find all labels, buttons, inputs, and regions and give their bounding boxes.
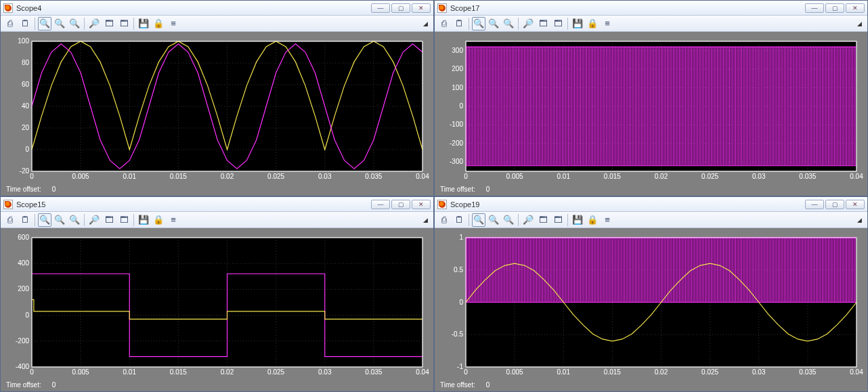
zoom-x-button[interactable]: 🔍 (487, 17, 500, 30)
zoom-x-button[interactable]: 🔍 (487, 213, 500, 227)
zoom-button[interactable]: 🔍 (472, 17, 485, 30)
autoscale-button[interactable]: 🔎 (87, 213, 101, 227)
svg-text:200: 200 (452, 65, 463, 72)
print-button[interactable]: ⎙ (437, 213, 451, 227)
params-icon: 🗒 (455, 18, 464, 28)
cfg2-icon: 🗔 (120, 18, 129, 28)
toolbar-overflow-button[interactable]: ◢ (857, 20, 865, 27)
svg-text:0: 0 (459, 299, 463, 306)
svg-text:1: 1 (459, 234, 463, 241)
matlab-icon (437, 200, 447, 209)
close-button[interactable]: ✕ (846, 3, 865, 13)
params-button[interactable]: 🗒 (18, 17, 32, 30)
save-button[interactable]: 💾 (571, 213, 584, 227)
toolbar-overflow-button[interactable]: ◢ (857, 217, 865, 223)
sync-button[interactable]: ≡ (167, 17, 180, 30)
autoscale-button[interactable]: 🔎 (521, 17, 535, 30)
svg-text:0.015: 0.015 (604, 368, 621, 376)
lock-button[interactable]: 🔒 (586, 213, 599, 227)
lock-button[interactable]: 🔒 (152, 213, 165, 227)
print-button[interactable]: ⎙ (437, 17, 451, 30)
plot-canvas[interactable]: 00.0050.010.0150.020.0250.030.0350.04-40… (5, 232, 429, 379)
titlebar[interactable]: Scope17 — ▢ ✕ (435, 1, 867, 16)
zoom-x-button[interactable]: 🔍 (53, 17, 66, 30)
zoom-x-button[interactable]: 🔍 (53, 213, 66, 227)
maximize-button[interactable]: ▢ (391, 200, 410, 209)
zoom-y-button[interactable]: 🔍 (502, 17, 515, 30)
sync-button[interactable]: ≡ (167, 213, 180, 227)
svg-text:0.03: 0.03 (318, 173, 332, 180)
titlebar[interactable]: Scope19 — ▢ ✕ (435, 197, 867, 212)
minimize-button[interactable]: — (371, 3, 390, 13)
params-button[interactable]: 🗒 (18, 213, 32, 227)
titlebar[interactable]: Scope15 — ▢ ✕ (1, 197, 433, 212)
svg-text:-200: -200 (16, 337, 29, 345)
matlab-icon (3, 3, 13, 13)
autoscale-button[interactable]: 🔎 (521, 213, 535, 227)
cfg2-button[interactable]: 🗔 (117, 17, 131, 30)
minimize-button[interactable]: — (805, 200, 824, 209)
cfg1-icon: 🗔 (539, 215, 548, 225)
save-button[interactable]: 💾 (571, 17, 584, 30)
lock-button[interactable]: 🔒 (586, 17, 599, 30)
close-button[interactable]: ✕ (412, 3, 431, 13)
toolbar-overflow-button[interactable]: ◢ (423, 20, 431, 27)
zoom-y-button[interactable]: 🔍 (502, 213, 515, 227)
svg-text:0.005: 0.005 (72, 368, 89, 376)
plot-area: 00.0050.010.0150.020.0250.030.0350.04-20… (1, 32, 433, 196)
svg-text:200: 200 (18, 285, 29, 292)
cfg2-button[interactable]: 🗔 (551, 213, 565, 227)
close-button[interactable]: ✕ (846, 200, 865, 209)
cfg2-button[interactable]: 🗔 (117, 213, 131, 227)
cfg1-button[interactable]: 🗔 (102, 17, 116, 30)
zoom-button[interactable]: 🔍 (38, 17, 51, 30)
save-button[interactable]: 💾 (137, 213, 150, 227)
minimize-button[interactable]: — (805, 3, 824, 13)
time-offset-value: 0 (49, 186, 56, 193)
window-title: Scope15 (16, 200, 45, 209)
svg-text:0.015: 0.015 (170, 368, 187, 376)
cfg2-button[interactable]: 🗔 (551, 17, 565, 30)
time-offset-label: Time offset: (6, 381, 41, 389)
params-button[interactable]: 🗒 (452, 213, 466, 227)
zoom-x-icon: 🔍 (488, 18, 499, 28)
toolbar: ⎙ 🗒 🔍 🔍 🔍 🔎 🗔 🗔 💾 🔒 ≡ ◢ (435, 16, 867, 32)
svg-text:0.005: 0.005 (506, 173, 523, 180)
maximize-button[interactable]: ▢ (391, 3, 410, 13)
toolbar-overflow-button[interactable]: ◢ (423, 217, 431, 223)
zoom-button[interactable]: 🔍 (38, 213, 51, 227)
plot-canvas[interactable]: 00.0050.010.0150.020.0250.030.0350.04-20… (5, 36, 429, 183)
cfg1-icon: 🗔 (539, 18, 548, 28)
params-button[interactable]: 🗒 (452, 17, 466, 30)
cfg1-button[interactable]: 🗔 (102, 213, 116, 227)
svg-text:-300: -300 (450, 158, 463, 165)
status-bar: Time offset: 0 (5, 379, 429, 390)
svg-text:0.02: 0.02 (655, 173, 668, 180)
cfg1-button[interactable]: 🗔 (536, 213, 550, 227)
binoculars-icon: 🔎 (89, 18, 100, 28)
titlebar[interactable]: Scope4 — ▢ ✕ (1, 1, 433, 16)
maximize-button[interactable]: ▢ (825, 3, 844, 13)
close-button[interactable]: ✕ (412, 200, 431, 209)
zoom-icon: 🔍 (39, 215, 50, 225)
sync-button[interactable]: ≡ (601, 213, 614, 227)
lock-icon: 🔒 (153, 18, 164, 28)
print-button[interactable]: ⎙ (3, 17, 17, 30)
svg-text:-20: -20 (20, 167, 30, 175)
zoom-y-button[interactable]: 🔍 (68, 17, 81, 30)
maximize-button[interactable]: ▢ (825, 200, 844, 209)
zoom-y-button[interactable]: 🔍 (68, 213, 81, 227)
minimize-button[interactable]: — (371, 200, 390, 209)
save-button[interactable]: 💾 (137, 17, 150, 30)
matlab-icon (437, 3, 447, 13)
sync-button[interactable]: ≡ (601, 17, 614, 30)
print-button[interactable]: ⎙ (3, 213, 17, 227)
plot-canvas[interactable]: 00.0050.010.0150.020.0250.030.0350.04-1-… (439, 232, 863, 379)
cfg1-button[interactable]: 🗔 (536, 17, 550, 30)
lock-button[interactable]: 🔒 (152, 17, 165, 30)
autoscale-button[interactable]: 🔎 (87, 17, 101, 30)
svg-text:0.04: 0.04 (850, 173, 863, 180)
zoom-button[interactable]: 🔍 (472, 213, 485, 227)
svg-text:0.025: 0.025 (701, 368, 718, 376)
plot-canvas[interactable]: 00.0050.010.0150.020.0250.030.0350.04-30… (439, 36, 863, 183)
